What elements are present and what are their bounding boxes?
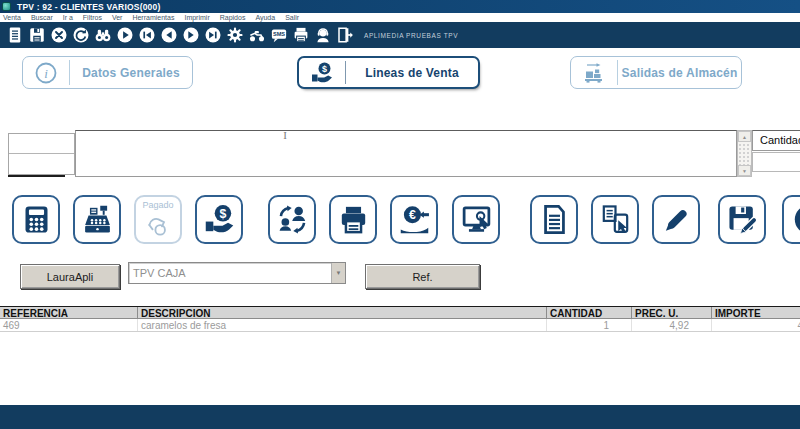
quantity-header: Cantidad [752,130,800,151]
entry-side-box [8,133,75,175]
table-cell: caramelos de fresa [138,319,547,331]
change-customer-button[interactable] [268,195,316,244]
sale-entry-input[interactable] [75,130,737,177]
save-edit-icon [726,203,759,236]
tab-label: Lineas de Venta [346,66,478,80]
menu-item-venta[interactable]: Venta [3,13,21,22]
menu-item-buscar[interactable]: Buscar [31,13,53,22]
menu-item-ver[interactable]: Ver [112,13,123,22]
hand-euro-icon [398,203,431,236]
calculator-icon [20,203,53,236]
tab-label: Salidas de Almacén [618,66,741,80]
send-document-button[interactable] [591,195,639,244]
column-header-descripcion[interactable]: DESCRIPCION [138,307,547,318]
partial-circle-icon [790,203,800,236]
delivery-icon[interactable] [246,23,268,47]
touch-screen-button[interactable] [452,195,500,244]
next-record-icon[interactable] [180,23,202,47]
menu-item-ir-a[interactable]: Ir a [63,13,73,22]
action-button-label: Pagado [136,200,180,210]
paid-button: Pagado [134,195,182,244]
sms-icon[interactable] [268,23,290,47]
document-button[interactable] [530,195,578,244]
column-header-cantidad[interactable]: CANTIDAD [547,307,632,318]
print-icon[interactable] [290,23,312,47]
tab-divider [617,60,618,85]
toolbar: APLIMEDIA PRUEBAS TPV [0,22,800,48]
tpv-window: TPV : 92 - CLIENTES VARIOS(000) VentaBus… [0,0,800,429]
print-ticket-button[interactable] [329,195,377,244]
previous-record-icon[interactable] [158,23,180,47]
exit-icon[interactable] [334,23,356,47]
register-select-value: TPV CAJA [129,263,331,283]
menu-item-filtros[interactable]: Filtros [83,13,102,22]
table-row[interactable]: 469caramelos de fresa14,924,92 [0,319,800,332]
refund-euro-button[interactable] [390,195,438,244]
warehouse-out-icon [571,61,617,85]
window-title: TPV : 92 - CLIENTES VARIOS(000) [17,2,161,12]
pencil-icon [660,203,693,236]
tab-salidas-de-almacen[interactable]: Salidas de Almacén [570,56,742,89]
user-button[interactable]: LauraApli [20,264,120,289]
search-icon[interactable] [92,23,114,47]
menu-item-herramientas[interactable]: Herramientas [132,13,174,22]
register-select[interactable]: TPV CAJA [128,262,346,284]
table-cell: 469 [0,319,138,331]
column-header-prec-u-[interactable]: PREC. U. [632,307,712,318]
menu-bar: VentaBuscarIr aFiltrosVerHerramientasImp… [0,13,800,22]
calculator-button[interactable] [12,195,60,244]
info-icon [23,61,69,85]
printer-icon [337,203,370,236]
edit-button[interactable] [652,195,700,244]
new-record-icon[interactable] [4,23,26,47]
tab-divider [345,61,346,84]
clipped-edge-button[interactable] [782,195,800,244]
sale-lines-table: REFERENCIADESCRIPCIONCANTIDADPREC. U.IMP… [0,306,800,332]
first-record-icon[interactable] [136,23,158,47]
cancel-icon[interactable] [48,23,70,47]
cash-register-icon [81,203,114,236]
tab-label: Datos Generales [70,66,192,80]
menu-item-imprimir[interactable]: Imprimir [184,13,209,22]
touch-screen-icon [460,203,493,236]
table-cell: 4,92 [712,319,800,331]
send-document-icon [599,203,632,236]
tab-datos-generales[interactable]: Datos Generales [22,56,193,89]
menu-item-salir[interactable]: Salir [285,13,299,22]
menu-item-rapidos[interactable]: Rapidos [220,13,246,22]
save-changes-button[interactable] [718,195,766,244]
undo-icon[interactable] [70,23,92,47]
cash-register-button[interactable] [73,195,121,244]
menu-item-ayuda[interactable]: Ayuda [255,13,275,22]
table-cell: 4,92 [632,319,712,331]
text-cursor: I [281,130,289,141]
title-bar: TPV : 92 - CLIENTES VARIOS(000) [0,0,800,13]
entry-underline [8,175,65,177]
run-icon[interactable] [114,23,136,47]
app-icon [2,2,11,11]
entry-scrollbar[interactable] [737,130,752,177]
tab-divider [69,60,70,85]
hand-dollar-icon [203,203,236,236]
table-header: REFERENCIADESCRIPCIONCANTIDADPREC. U.IMP… [0,306,800,319]
settings-icon[interactable] [224,23,246,47]
document-icon [538,203,571,236]
save-icon[interactable] [26,23,48,47]
last-record-icon[interactable] [202,23,224,47]
entry-side-cell-top [9,134,74,154]
toolbar-caption: APLIMEDIA PRUEBAS TPV [364,32,458,39]
customers-swap-icon [276,203,309,236]
column-header-importe[interactable]: IMPORTE [712,307,800,318]
bottom-bar [0,405,800,429]
ref-button[interactable]: Ref. [365,264,480,289]
support-icon[interactable] [312,23,334,47]
column-header-referencia[interactable]: REFERENCIA [0,307,138,318]
collect-payment-button[interactable] [195,195,243,244]
scroll-up-icon[interactable] [738,131,751,142]
table-cell: 1 [547,319,632,331]
quantity-cell[interactable] [752,152,800,172]
hand-coin-icon [299,61,345,85]
scroll-down-icon[interactable] [738,165,751,176]
tab-lineas-de-venta[interactable]: Lineas de Venta [297,56,480,89]
dropdown-arrow-icon[interactable] [331,263,345,283]
